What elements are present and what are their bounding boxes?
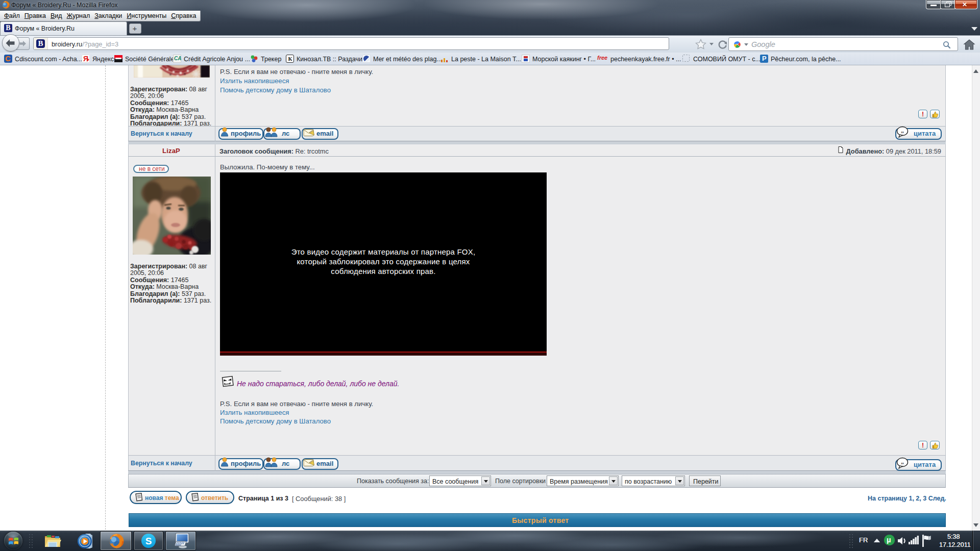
svg-text:S: S	[145, 536, 152, 546]
svg-text:,,: ,,	[901, 459, 904, 465]
svg-text:,,: ,,	[901, 128, 904, 134]
